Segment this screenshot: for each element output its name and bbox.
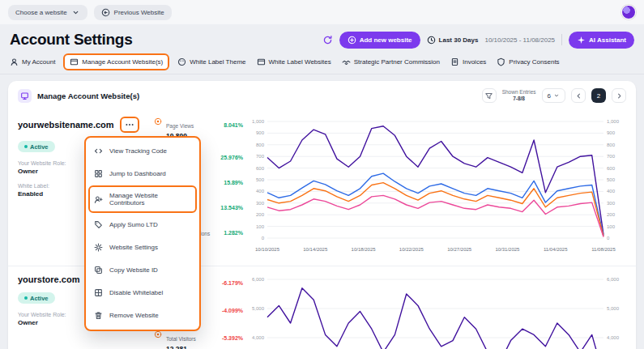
svg-text:10/10/2025: 10/10/2025: [255, 247, 280, 252]
stat-delta: -4.099%: [222, 308, 243, 313]
status-badge: Active: [18, 292, 55, 304]
next-page-button[interactable]: [612, 88, 626, 103]
svg-text:900: 900: [256, 130, 265, 135]
date-preset-button[interactable]: Last 30 Days: [427, 36, 479, 45]
avatar[interactable]: [621, 5, 636, 19]
divider: [561, 34, 562, 45]
clock-icon: [427, 36, 436, 45]
svg-text:300: 300: [607, 201, 616, 206]
tab-invoices[interactable]: Invoices: [450, 57, 486, 66]
dots-icon: [125, 120, 134, 130]
menu-item-copy-website-id[interactable]: Copy Website ID: [88, 259, 197, 281]
status-dot-icon: [24, 145, 28, 148]
svg-text:10/14/2025: 10/14/2025: [303, 247, 328, 252]
browser-icon: [70, 57, 79, 66]
document-icon: [450, 57, 459, 66]
previous-website-button[interactable]: Previous Website: [94, 5, 172, 20]
menu-item-label: Website Settings: [109, 244, 158, 251]
websites-panel-icon: [18, 89, 32, 103]
date-range[interactable]: 10/10/2025 - 11/08/2025: [484, 36, 555, 44]
svg-text:10/22/2025: 10/22/2025: [399, 247, 424, 252]
svg-text:6,000: 6,000: [607, 277, 620, 282]
tab-label: My Account: [22, 58, 55, 66]
current-page-button[interactable]: 2: [591, 88, 606, 103]
svg-text:700: 700: [607, 154, 616, 159]
per-page-value: 6: [548, 92, 551, 100]
prev-page-button[interactable]: [571, 88, 586, 103]
svg-text:11/08/2025: 11/08/2025: [591, 247, 616, 252]
svg-text:400: 400: [256, 189, 265, 194]
svg-text:10/31/2025: 10/31/2025: [495, 247, 520, 252]
app-root: Choose a website Previous Website Accoun…: [0, 0, 644, 349]
site-domain: yourstore.com: [18, 275, 79, 284]
svg-text:600: 600: [256, 166, 265, 171]
site-actions-menu-button[interactable]: [120, 117, 139, 133]
svg-text:10/18/2025: 10/18/2025: [352, 247, 377, 252]
date-preset-label: Last 30 Days: [439, 36, 479, 44]
menu-item-remove-website[interactable]: Remove Website: [88, 304, 197, 326]
tab-privacy-consents[interactable]: Privacy Consents: [497, 57, 559, 66]
menu-item-label: Jump to Dashboard: [109, 170, 166, 177]
ai-assistant-label: AI Assistant: [589, 36, 626, 44]
menu-item-website-settings[interactable]: Website Settings: [88, 236, 197, 258]
menu-item-manage-website-contributors[interactable]: Manage Website Contributors: [88, 185, 197, 213]
menu-item-label: Disable Whitelabel: [109, 289, 163, 296]
filter-button[interactable]: [482, 88, 497, 103]
stat-icon: [154, 117, 162, 126]
tab-manage-account-websites[interactable]: Manage Account Website(s): [63, 53, 169, 70]
ai-assistant-button[interactable]: AI Assistant: [569, 32, 634, 49]
menu-item-jump-to-dashboard[interactable]: Jump to Dashboard: [88, 163, 197, 185]
back-arrow-icon: [101, 8, 110, 17]
menu-item-disable-whitelabel[interactable]: Disable Whitelabel: [88, 282, 197, 304]
browser-icon: [257, 57, 266, 66]
page-header: Account Settings Add new website Last 30…: [0, 24, 644, 52]
menu-item-apply-sumo-ltd[interactable]: Apply Sumo LTD: [88, 214, 197, 236]
site-actions-menu: View Tracking Code Jump to Dashboard Man…: [84, 136, 201, 331]
chevron-right-icon: [615, 92, 624, 100]
tab-my-account[interactable]: My Account: [10, 57, 55, 66]
svg-text:200: 200: [256, 212, 265, 217]
website-selector[interactable]: Choose a website: [8, 5, 87, 20]
handshake-icon: [342, 57, 351, 66]
svg-text:500: 500: [607, 177, 616, 182]
stat-delta: 13.543%: [220, 205, 243, 211]
traffic-line-chart: 0010010020020030030040040050050060060070…: [243, 115, 628, 257]
menu-item-view-tracking-code[interactable]: View Tracking Code: [88, 140, 197, 162]
tab-white-label-websites[interactable]: White Label Websites: [257, 57, 331, 66]
stat-total-visitors: Total Visitors12,281 -5.392%: [154, 330, 243, 349]
add-website-button[interactable]: Add new website: [339, 32, 420, 49]
menu-item-label: Remove Website: [109, 312, 159, 319]
user-icon: [10, 57, 19, 66]
chevron-left-icon: [574, 92, 583, 100]
chevron-down-icon: [71, 8, 80, 17]
svg-text:1,000: 1,000: [607, 119, 620, 124]
sparkle-icon: [577, 36, 586, 45]
tab-strategic-partner-commission[interactable]: Strategic Partner Commission: [342, 57, 440, 66]
site-chart: 0010010020020030030040040050050060060070…: [243, 113, 626, 266]
per-page-select[interactable]: 6: [542, 88, 565, 103]
refresh-button[interactable]: [322, 35, 333, 45]
svg-text:10/27/2025: 10/27/2025: [447, 247, 472, 252]
svg-text:800: 800: [256, 143, 265, 147]
svg-text:800: 800: [607, 143, 616, 147]
status-dot-icon: [24, 296, 28, 300]
tab-label: White Label Websites: [269, 58, 331, 66]
tab-label: Manage Account Website(s): [82, 58, 163, 66]
panel-title: Manage Account Website(s): [37, 92, 139, 100]
menu-item-label: Apply Sumo LTD: [109, 221, 158, 228]
stat-delta: 8.041%: [224, 122, 243, 128]
copy-icon: [94, 266, 103, 275]
svg-text:0: 0: [262, 236, 265, 240]
menu-item-label: Copy Website ID: [109, 266, 158, 274]
user-plus-icon: [94, 195, 103, 204]
tab-white-label-theme[interactable]: White Label Theme: [177, 57, 245, 66]
svg-text:200: 200: [607, 212, 616, 217]
tag-icon: [94, 220, 103, 229]
site-chart: 2,0002,0003,0003,0004,0004,0005,0005,000…: [243, 271, 626, 349]
settings-tabs: My Account Manage Account Website(s) Whi…: [0, 52, 644, 74]
svg-text:400: 400: [607, 189, 616, 194]
plus-icon: [348, 36, 356, 45]
tab-label: White Label Theme: [190, 58, 245, 66]
page-title: Account Settings: [10, 31, 132, 49]
shield-icon: [497, 57, 505, 66]
